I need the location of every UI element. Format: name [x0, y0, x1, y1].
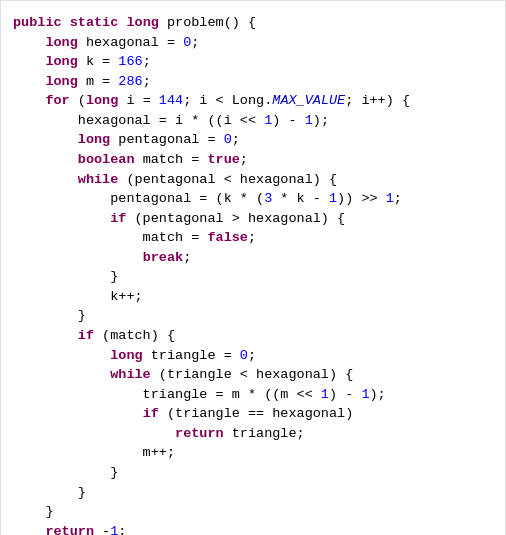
code-token: k = [78, 54, 119, 69]
code-token: 144 [159, 93, 183, 108]
code-token: false [207, 230, 248, 245]
code-token: } [13, 485, 86, 500]
code-token: - [94, 524, 110, 535]
code-token: ; [394, 191, 402, 206]
code-line: break; [13, 248, 493, 268]
code-token: ; [143, 54, 151, 69]
code-line: while (pentagonal < hexagonal) { [13, 170, 493, 190]
code-token [13, 93, 45, 108]
code-token: break [143, 250, 184, 265]
code-line: m++; [13, 443, 493, 463]
code-token: while [110, 367, 151, 382]
code-block: public static long problem() { long hexa… [1, 9, 505, 535]
code-token: hexagonal = [78, 35, 183, 50]
code-line: while (triangle < hexagonal) { [13, 365, 493, 385]
code-token: return [175, 426, 224, 441]
code-token: static [70, 15, 119, 30]
code-token: 0 [240, 348, 248, 363]
code-token: (match) { [94, 328, 175, 343]
code-token: } [13, 504, 54, 519]
code-token: } [13, 465, 118, 480]
code-token: 166 [118, 54, 142, 69]
code-token: if [78, 328, 94, 343]
code-line: triangle = m * ((m << 1) - 1); [13, 385, 493, 405]
code-token: } [13, 308, 86, 323]
code-token: (pentagonal < hexagonal) { [118, 172, 337, 187]
code-token: public [13, 15, 62, 30]
code-token: if [143, 406, 159, 421]
code-token [13, 250, 143, 265]
code-line: boolean match = true; [13, 150, 493, 170]
code-token: } [13, 269, 118, 284]
code-line: } [13, 502, 493, 522]
code-token: ; [118, 524, 126, 535]
code-token: pentagonal = [110, 132, 223, 147]
code-token [13, 406, 143, 421]
code-line: public static long problem() { [13, 13, 493, 33]
code-token [13, 74, 45, 89]
code-token: ; [248, 348, 256, 363]
code-line: } [13, 267, 493, 287]
code-token [13, 152, 78, 167]
code-line: long m = 286; [13, 72, 493, 92]
code-token: MAX_VALUE [272, 93, 345, 108]
code-container: public static long problem() { long hexa… [0, 0, 506, 535]
code-token: ; [232, 132, 240, 147]
code-token: 1 [386, 191, 394, 206]
code-token: ); [369, 387, 385, 402]
code-token [13, 426, 175, 441]
code-token: ; i < Long. [183, 93, 272, 108]
code-token [13, 172, 78, 187]
code-token: ; [248, 230, 256, 245]
code-token: 286 [118, 74, 142, 89]
code-token: long [110, 348, 142, 363]
code-token: i = [118, 93, 159, 108]
code-token: match = [135, 152, 208, 167]
code-token: ) - [329, 387, 361, 402]
code-token [62, 15, 70, 30]
code-token [159, 15, 167, 30]
code-token: long [45, 74, 77, 89]
code-token: (triangle < hexagonal) { [151, 367, 354, 382]
code-token: triangle = m * ((m << [13, 387, 321, 402]
code-line: if (triangle == hexagonal) [13, 404, 493, 424]
code-token: k++; [13, 289, 143, 304]
code-line: hexagonal = i * ((i << 1) - 1); [13, 111, 493, 131]
code-line: return -1; [13, 522, 493, 535]
code-line: k++; [13, 287, 493, 307]
code-token: triangle; [224, 426, 305, 441]
code-token: long [126, 15, 158, 30]
code-token [13, 35, 45, 50]
code-token: (triangle == hexagonal) [159, 406, 353, 421]
code-token: match = [13, 230, 207, 245]
code-token [13, 54, 45, 69]
code-token: return [45, 524, 94, 535]
code-token: problem [167, 15, 224, 30]
code-token [13, 348, 110, 363]
code-line: if (match) { [13, 326, 493, 346]
code-line: pentagonal = (k * (3 * k - 1)) >> 1; [13, 189, 493, 209]
code-token: 1 [329, 191, 337, 206]
code-token: * k - [272, 191, 329, 206]
code-token [13, 524, 45, 535]
code-token: true [207, 152, 239, 167]
code-line: match = false; [13, 228, 493, 248]
code-line: for (long i = 144; i < Long.MAX_VALUE; i… [13, 91, 493, 111]
code-line: long triangle = 0; [13, 346, 493, 366]
code-line: } [13, 306, 493, 326]
code-token: long [45, 35, 77, 50]
code-line: } [13, 463, 493, 483]
code-token [13, 132, 78, 147]
code-token: long [45, 54, 77, 69]
code-token: ) - [272, 113, 304, 128]
code-token: ; [183, 250, 191, 265]
code-token: long [78, 132, 110, 147]
code-line: long hexagonal = 0; [13, 33, 493, 53]
code-token: pentagonal = (k * ( [13, 191, 264, 206]
code-line: } [13, 483, 493, 503]
code-token: )) >> [337, 191, 386, 206]
code-token [13, 367, 110, 382]
code-token: ; i++) { [345, 93, 410, 108]
code-token: triangle = [143, 348, 240, 363]
code-line: return triangle; [13, 424, 493, 444]
